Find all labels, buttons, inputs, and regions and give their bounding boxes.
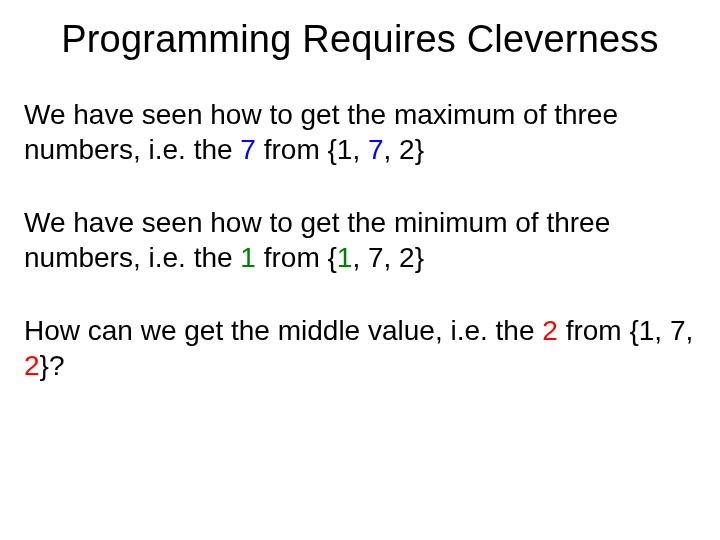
min-highlight: 1 — [240, 242, 256, 273]
text: from {1, — [256, 134, 368, 165]
paragraph-mid: How can we get the middle value, i.e. th… — [24, 313, 696, 383]
max-highlight: 7 — [368, 134, 384, 165]
text: , 7, 2} — [352, 242, 424, 273]
slide-title: Programming Requires Cleverness — [24, 18, 696, 61]
paragraph-min: We have seen how to get the minimum of t… — [24, 205, 696, 275]
max-highlight: 7 — [240, 134, 256, 165]
text: How can we get the middle value, i.e. th… — [24, 315, 542, 346]
text: from {1, 7, — [558, 315, 693, 346]
slide: Programming Requires Cleverness We have … — [0, 0, 720, 540]
paragraph-max: We have seen how to get the maximum of t… — [24, 97, 696, 167]
text: }? — [40, 350, 65, 381]
text: , 2} — [384, 134, 424, 165]
mid-highlight: 2 — [542, 315, 558, 346]
mid-highlight: 2 — [24, 350, 40, 381]
min-highlight: 1 — [337, 242, 353, 273]
text: from { — [256, 242, 337, 273]
